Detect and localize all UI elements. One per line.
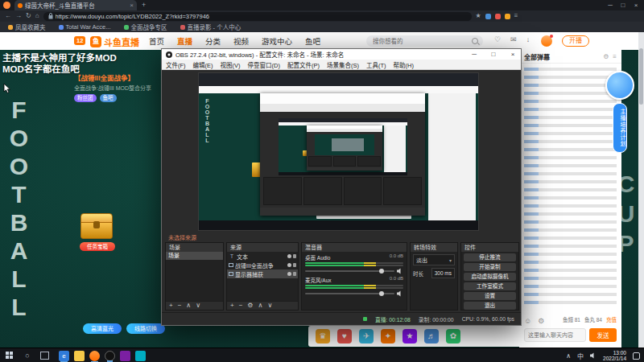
treasure-chest[interactable]: [80, 213, 113, 239]
gift-star-icon[interactable]: ★: [402, 329, 417, 343]
source-item-game[interactable]: 战锤III全面战争: [227, 261, 298, 269]
settings-button[interactable]: 设置: [464, 292, 516, 300]
header-search[interactable]: [366, 35, 483, 47]
card-title[interactable]: 【战锤III全面战争】: [74, 72, 159, 82]
line-pill[interactable]: 线路切换: [126, 323, 165, 334]
source-item-display[interactable]: 显示器捕获: [227, 269, 298, 278]
extension-icon[interactable]: [495, 14, 501, 19]
reload-icon[interactable]: ↻: [26, 10, 31, 22]
studio-mode-button[interactable]: 工作室模式: [464, 282, 516, 290]
lock-icon[interactable]: [293, 254, 296, 258]
speaker-icon[interactable]: [397, 290, 403, 297]
stop-streaming-button[interactable]: 停止推流: [464, 253, 516, 261]
add-scene-icon[interactable]: +: [169, 302, 173, 310]
taskbar-obs-icon[interactable]: [105, 351, 115, 361]
remove-source-icon[interactable]: −: [239, 302, 243, 310]
volume-slider[interactable]: [305, 290, 403, 297]
obs-close-icon[interactable]: ×: [505, 49, 521, 60]
source-up-icon[interactable]: ∧: [258, 302, 263, 310]
forward-icon[interactable]: →: [15, 10, 22, 22]
source-properties-icon[interactable]: ⚙: [247, 302, 253, 310]
nav-game-center[interactable]: 游戏中心: [262, 35, 292, 47]
nav-categories[interactable]: 分类: [205, 35, 221, 47]
taskbar-app-icon[interactable]: [120, 351, 130, 361]
slider-knob[interactable]: [379, 291, 384, 296]
chat-gear-icon[interactable]: ⚙: [538, 317, 544, 325]
download-client-icon[interactable]: ↓: [526, 35, 530, 43]
gift-heart-icon[interactable]: ♥: [337, 329, 352, 343]
lock-icon[interactable]: [293, 263, 296, 267]
chat-input[interactable]: [524, 328, 586, 342]
chat-header-title[interactable]: 全部弹幕: [524, 52, 599, 61]
task-view-icon[interactable]: [40, 352, 49, 360]
obs-minimize-icon[interactable]: ─: [466, 49, 482, 60]
volume-slider[interactable]: [305, 268, 403, 274]
scene-down-icon[interactable]: ∨: [196, 302, 200, 310]
minimize-icon[interactable]: ─: [604, 0, 617, 10]
send-button[interactable]: 发送: [589, 328, 617, 342]
obs-menu-file[interactable]: 文件(F): [166, 60, 186, 69]
ime-indicator[interactable]: 中: [577, 352, 584, 360]
speaker-icon[interactable]: [397, 268, 403, 274]
maximize-icon[interactable]: □: [617, 0, 630, 10]
nav-video[interactable]: 视频: [233, 35, 249, 47]
nav-live[interactable]: 直播: [177, 35, 192, 47]
home-icon[interactable]: ⌂: [35, 10, 39, 22]
extension-icon[interactable]: [485, 14, 491, 19]
visibility-eye-icon[interactable]: [287, 272, 291, 276]
exit-button[interactable]: 退出: [464, 302, 516, 310]
gift-spark-icon[interactable]: ✦: [381, 329, 395, 343]
gift-music-icon[interactable]: ♬: [424, 329, 439, 343]
obs-menu-tools[interactable]: 工具(T): [366, 60, 386, 69]
browser-logo-icon[interactable]: [3, 2, 10, 9]
obs-title-bar[interactable]: OBS 27.2.4 (32-bit, windows) - 配置文件: 未命名…: [162, 49, 521, 60]
bookmark-item[interactable]: 凤凰收藏夹: [8, 23, 46, 31]
add-source-icon[interactable]: +: [230, 302, 234, 310]
nav-yuba[interactable]: 鱼吧: [305, 35, 320, 47]
emoji-icon[interactable]: ☺: [524, 317, 531, 325]
transition-select[interactable]: 淡出 ▾: [413, 254, 455, 265]
recharge-link[interactable]: 充值: [606, 315, 617, 323]
taskbar-search-icon[interactable]: ○: [19, 352, 35, 360]
bookmark-item[interactable]: Total War Acce...: [59, 23, 111, 31]
start-recording-button[interactable]: 开始录制: [464, 263, 516, 271]
virtual-camera-button[interactable]: 启动虚拟摄像机: [464, 273, 516, 281]
messages-icon[interactable]: ✉: [510, 35, 517, 43]
taskbar-app-icon[interactable]: [135, 351, 146, 361]
browser-tab[interactable]: 绿茵大帝杯_斗鱼直播平台 ×: [14, 0, 137, 10]
start-button[interactable]: [0, 348, 19, 362]
obs-menu-edit[interactable]: 编辑(E): [193, 60, 213, 69]
obs-maximize-icon[interactable]: □: [485, 49, 502, 60]
tab-close-icon[interactable]: ×: [130, 2, 134, 9]
source-down-icon[interactable]: ∨: [267, 302, 272, 310]
back-icon[interactable]: ←: [5, 10, 11, 22]
scrollbar-thumb[interactable]: [639, 48, 643, 105]
gift-flower-icon[interactable]: ✿: [446, 329, 460, 343]
lock-icon[interactable]: [293, 272, 296, 276]
slider-track[interactable]: [305, 270, 394, 272]
action-center-icon[interactable]: [633, 352, 640, 360]
bookmark-item[interactable]: 全面战争专区: [124, 23, 167, 31]
close-icon[interactable]: ×: [630, 0, 642, 10]
obs-menu-view[interactable]: 视图(V): [221, 60, 241, 69]
source-item-text[interactable]: T 文本: [227, 252, 298, 261]
chat-list-icon[interactable]: ≡: [613, 53, 617, 60]
taskbar-browser-icon[interactable]: e: [59, 351, 69, 361]
url-box[interactable]: https://www.douyu.com/topic/LYDB2022_Z?r…: [43, 12, 472, 21]
fan-club-tag[interactable]: 粉丝团: [74, 94, 97, 102]
douyu-logo[interactable]: 鱼 斗鱼直播: [90, 35, 139, 48]
page-scrollbar[interactable]: [638, 32, 644, 348]
taskbar-douyu-icon[interactable]: [89, 351, 100, 361]
search-icon[interactable]: [472, 38, 478, 44]
gift-plane-icon[interactable]: ✈: [359, 329, 374, 343]
nav-home[interactable]: 首页: [149, 35, 164, 47]
tray-speaker-icon[interactable]: [590, 352, 597, 359]
yuba-tag[interactable]: 鱼吧: [100, 94, 117, 102]
chest-badge[interactable]: 任务宝箱: [80, 242, 115, 251]
favorites-icon[interactable]: ♡: [494, 35, 501, 43]
obs-menu-help[interactable]: 帮助(H): [394, 60, 414, 69]
event-mascot[interactable]: 主播培养计划: [602, 71, 638, 153]
new-tab-button[interactable]: +: [142, 1, 146, 9]
scene-up-icon[interactable]: ∧: [186, 302, 191, 310]
user-avatar[interactable]: [541, 35, 552, 47]
